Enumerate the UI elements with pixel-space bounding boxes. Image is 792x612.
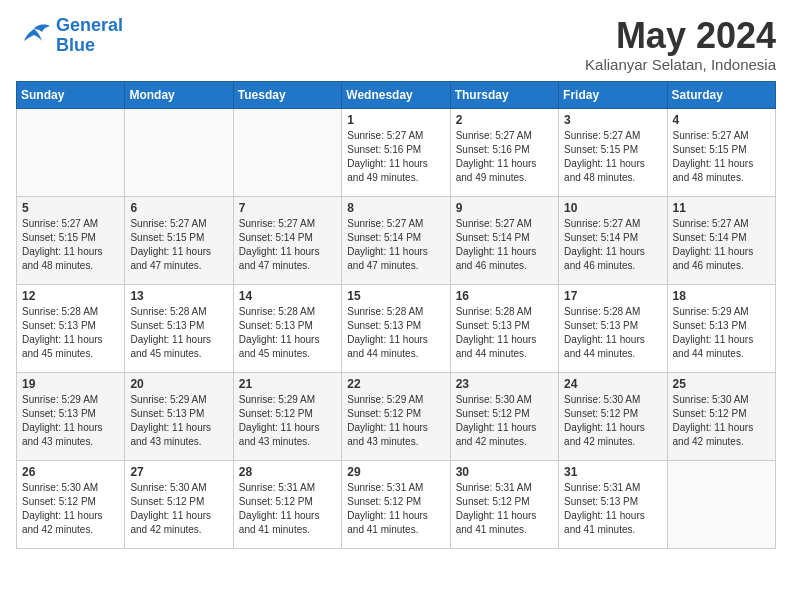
day-number: 26 <box>22 465 119 479</box>
calendar-day-cell: 15Sunrise: 5:28 AM Sunset: 5:13 PM Dayli… <box>342 284 450 372</box>
calendar-day-cell: 27Sunrise: 5:30 AM Sunset: 5:12 PM Dayli… <box>125 460 233 548</box>
day-info: Sunrise: 5:27 AM Sunset: 5:14 PM Dayligh… <box>564 217 661 273</box>
day-info: Sunrise: 5:30 AM Sunset: 5:12 PM Dayligh… <box>673 393 770 449</box>
calendar-day-cell <box>667 460 775 548</box>
day-number: 17 <box>564 289 661 303</box>
logo-line1: General <box>56 15 123 35</box>
day-info: Sunrise: 5:27 AM Sunset: 5:16 PM Dayligh… <box>456 129 553 185</box>
calendar-week-row: 19Sunrise: 5:29 AM Sunset: 5:13 PM Dayli… <box>17 372 776 460</box>
day-info: Sunrise: 5:27 AM Sunset: 5:14 PM Dayligh… <box>347 217 444 273</box>
day-info: Sunrise: 5:28 AM Sunset: 5:13 PM Dayligh… <box>22 305 119 361</box>
calendar-day-cell: 25Sunrise: 5:30 AM Sunset: 5:12 PM Dayli… <box>667 372 775 460</box>
day-number: 10 <box>564 201 661 215</box>
calendar-day-cell: 18Sunrise: 5:29 AM Sunset: 5:13 PM Dayli… <box>667 284 775 372</box>
day-info: Sunrise: 5:31 AM Sunset: 5:12 PM Dayligh… <box>347 481 444 537</box>
logo-text: General Blue <box>56 16 123 56</box>
day-info: Sunrise: 5:30 AM Sunset: 5:12 PM Dayligh… <box>456 393 553 449</box>
calendar-day-cell: 11Sunrise: 5:27 AM Sunset: 5:14 PM Dayli… <box>667 196 775 284</box>
day-info: Sunrise: 5:29 AM Sunset: 5:12 PM Dayligh… <box>347 393 444 449</box>
calendar-day-cell: 14Sunrise: 5:28 AM Sunset: 5:13 PM Dayli… <box>233 284 341 372</box>
calendar-day-cell: 20Sunrise: 5:29 AM Sunset: 5:13 PM Dayli… <box>125 372 233 460</box>
title-block: May 2024 Kalianyar Selatan, Indonesia <box>585 16 776 73</box>
calendar-day-cell: 19Sunrise: 5:29 AM Sunset: 5:13 PM Dayli… <box>17 372 125 460</box>
days-of-week-row: SundayMondayTuesdayWednesdayThursdayFrid… <box>17 81 776 108</box>
calendar-week-row: 1Sunrise: 5:27 AM Sunset: 5:16 PM Daylig… <box>17 108 776 196</box>
calendar-day-cell: 12Sunrise: 5:28 AM Sunset: 5:13 PM Dayli… <box>17 284 125 372</box>
day-info: Sunrise: 5:31 AM Sunset: 5:13 PM Dayligh… <box>564 481 661 537</box>
day-number: 23 <box>456 377 553 391</box>
calendar-day-cell: 28Sunrise: 5:31 AM Sunset: 5:12 PM Dayli… <box>233 460 341 548</box>
day-number: 14 <box>239 289 336 303</box>
day-of-week-header: Tuesday <box>233 81 341 108</box>
day-info: Sunrise: 5:28 AM Sunset: 5:13 PM Dayligh… <box>564 305 661 361</box>
day-number: 24 <box>564 377 661 391</box>
calendar-day-cell: 30Sunrise: 5:31 AM Sunset: 5:12 PM Dayli… <box>450 460 558 548</box>
day-info: Sunrise: 5:27 AM Sunset: 5:14 PM Dayligh… <box>456 217 553 273</box>
calendar-day-cell: 29Sunrise: 5:31 AM Sunset: 5:12 PM Dayli… <box>342 460 450 548</box>
day-number: 27 <box>130 465 227 479</box>
calendar-day-cell: 5Sunrise: 5:27 AM Sunset: 5:15 PM Daylig… <box>17 196 125 284</box>
calendar-header: SundayMondayTuesdayWednesdayThursdayFrid… <box>17 81 776 108</box>
calendar-day-cell: 13Sunrise: 5:28 AM Sunset: 5:13 PM Dayli… <box>125 284 233 372</box>
calendar-day-cell: 6Sunrise: 5:27 AM Sunset: 5:15 PM Daylig… <box>125 196 233 284</box>
calendar-week-row: 5Sunrise: 5:27 AM Sunset: 5:15 PM Daylig… <box>17 196 776 284</box>
day-info: Sunrise: 5:29 AM Sunset: 5:13 PM Dayligh… <box>130 393 227 449</box>
day-number: 20 <box>130 377 227 391</box>
day-of-week-header: Friday <box>559 81 667 108</box>
day-number: 5 <box>22 201 119 215</box>
calendar-day-cell <box>233 108 341 196</box>
day-info: Sunrise: 5:30 AM Sunset: 5:12 PM Dayligh… <box>22 481 119 537</box>
day-info: Sunrise: 5:27 AM Sunset: 5:15 PM Dayligh… <box>673 129 770 185</box>
day-info: Sunrise: 5:28 AM Sunset: 5:13 PM Dayligh… <box>456 305 553 361</box>
day-info: Sunrise: 5:28 AM Sunset: 5:13 PM Dayligh… <box>347 305 444 361</box>
day-number: 18 <box>673 289 770 303</box>
day-number: 3 <box>564 113 661 127</box>
day-number: 16 <box>456 289 553 303</box>
day-number: 21 <box>239 377 336 391</box>
day-info: Sunrise: 5:27 AM Sunset: 5:15 PM Dayligh… <box>564 129 661 185</box>
calendar-day-cell: 8Sunrise: 5:27 AM Sunset: 5:14 PM Daylig… <box>342 196 450 284</box>
day-number: 13 <box>130 289 227 303</box>
day-number: 4 <box>673 113 770 127</box>
calendar-day-cell: 2Sunrise: 5:27 AM Sunset: 5:16 PM Daylig… <box>450 108 558 196</box>
calendar-day-cell: 9Sunrise: 5:27 AM Sunset: 5:14 PM Daylig… <box>450 196 558 284</box>
day-info: Sunrise: 5:31 AM Sunset: 5:12 PM Dayligh… <box>239 481 336 537</box>
day-number: 12 <box>22 289 119 303</box>
calendar-day-cell: 23Sunrise: 5:30 AM Sunset: 5:12 PM Dayli… <box>450 372 558 460</box>
day-number: 6 <box>130 201 227 215</box>
day-number: 31 <box>564 465 661 479</box>
calendar-day-cell: 31Sunrise: 5:31 AM Sunset: 5:13 PM Dayli… <box>559 460 667 548</box>
day-number: 19 <box>22 377 119 391</box>
calendar-day-cell: 21Sunrise: 5:29 AM Sunset: 5:12 PM Dayli… <box>233 372 341 460</box>
calendar-day-cell: 24Sunrise: 5:30 AM Sunset: 5:12 PM Dayli… <box>559 372 667 460</box>
calendar-day-cell: 3Sunrise: 5:27 AM Sunset: 5:15 PM Daylig… <box>559 108 667 196</box>
day-info: Sunrise: 5:30 AM Sunset: 5:12 PM Dayligh… <box>130 481 227 537</box>
calendar-body: 1Sunrise: 5:27 AM Sunset: 5:16 PM Daylig… <box>17 108 776 548</box>
month-title: May 2024 <box>585 16 776 56</box>
calendar-day-cell: 17Sunrise: 5:28 AM Sunset: 5:13 PM Dayli… <box>559 284 667 372</box>
day-number: 15 <box>347 289 444 303</box>
day-info: Sunrise: 5:29 AM Sunset: 5:12 PM Dayligh… <box>239 393 336 449</box>
day-info: Sunrise: 5:28 AM Sunset: 5:13 PM Dayligh… <box>130 305 227 361</box>
day-number: 7 <box>239 201 336 215</box>
day-of-week-header: Saturday <box>667 81 775 108</box>
day-info: Sunrise: 5:27 AM Sunset: 5:14 PM Dayligh… <box>673 217 770 273</box>
day-of-week-header: Thursday <box>450 81 558 108</box>
day-of-week-header: Wednesday <box>342 81 450 108</box>
calendar-day-cell: 4Sunrise: 5:27 AM Sunset: 5:15 PM Daylig… <box>667 108 775 196</box>
day-info: Sunrise: 5:29 AM Sunset: 5:13 PM Dayligh… <box>22 393 119 449</box>
calendar-day-cell: 7Sunrise: 5:27 AM Sunset: 5:14 PM Daylig… <box>233 196 341 284</box>
calendar-day-cell <box>125 108 233 196</box>
day-number: 30 <box>456 465 553 479</box>
page-header: General Blue May 2024 Kalianyar Selatan,… <box>16 16 776 73</box>
day-number: 29 <box>347 465 444 479</box>
day-info: Sunrise: 5:31 AM Sunset: 5:12 PM Dayligh… <box>456 481 553 537</box>
logo-bird-icon <box>16 21 52 51</box>
calendar-day-cell <box>17 108 125 196</box>
day-info: Sunrise: 5:30 AM Sunset: 5:12 PM Dayligh… <box>564 393 661 449</box>
logo: General Blue <box>16 16 123 56</box>
calendar-day-cell: 1Sunrise: 5:27 AM Sunset: 5:16 PM Daylig… <box>342 108 450 196</box>
day-info: Sunrise: 5:27 AM Sunset: 5:16 PM Dayligh… <box>347 129 444 185</box>
day-info: Sunrise: 5:29 AM Sunset: 5:13 PM Dayligh… <box>673 305 770 361</box>
day-number: 25 <box>673 377 770 391</box>
